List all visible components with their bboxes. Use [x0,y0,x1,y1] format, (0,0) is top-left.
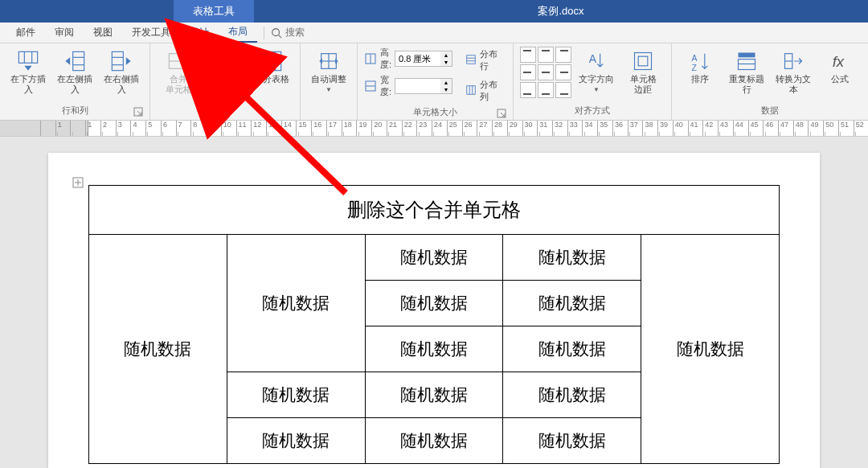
table-cell[interactable]: 随机数据 [503,235,641,281]
group-alignment-label: 对齐方式 [520,103,665,118]
table-header-cell[interactable]: 删除这个合并单元格 [89,186,780,235]
ruler-tick: 1 [85,121,100,136]
svg-rect-47 [739,53,755,58]
tab-devtools[interactable]: 开发工具 [122,23,180,43]
split-cells-button[interactable]: 拆分 单元格 [203,47,247,98]
tab-view[interactable]: 视图 [84,23,122,43]
sort-button[interactable]: AZ 排序 [678,47,722,88]
align-top-right[interactable] [555,47,571,63]
text-direction-button[interactable]: A 文字方向 ▼ [575,47,618,96]
sort-label: 排序 [691,74,709,84]
align-middle-right[interactable] [555,64,571,80]
tab-mail[interactable]: 邮件 [6,23,45,43]
ruler-tick: 52 [854,121,868,136]
table-cell[interactable]: 随机数据 [503,281,641,326]
formula-label: 公式 [831,74,849,84]
ruler-tick: 1 [55,121,71,136]
width-down[interactable]: ▼ [440,86,452,93]
autofit-button[interactable]: 自动调整 ▼ [307,47,350,96]
align-top-center[interactable] [538,47,554,63]
height-up[interactable]: ▲ [440,51,452,59]
ruler-tick: 18 [342,121,357,136]
ruler-tick: 16 [311,121,326,136]
table-anchor-icon[interactable] [72,177,84,188]
split-table-button[interactable]: 拆分表格 [250,47,293,88]
align-top-left[interactable] [520,47,536,63]
table-cell[interactable]: 随机数据 [227,372,365,418]
table-cell[interactable]: 随机数据 [503,372,641,418]
convert-text-button[interactable]: 转换为文本 [772,47,815,98]
insert-left-label: 在左侧插入 [55,74,95,95]
text-direction-icon: A [585,50,608,72]
table-cell[interactable]: 随机数据 [365,326,503,372]
width-input[interactable] [395,79,440,93]
tab-review[interactable]: 审阅 [45,23,84,43]
align-middle-center[interactable] [538,64,554,80]
svg-text:A: A [692,53,698,63]
table-cell[interactable]: 随机数据 [503,326,641,372]
table-cell[interactable]: 随机数据 [365,235,503,281]
ruler-tick: 6 [161,121,176,136]
height-down[interactable]: ▼ [440,59,452,66]
align-bottom-left[interactable] [520,82,536,98]
width-spinner[interactable]: ▲▼ [395,78,452,94]
cell-margins-button[interactable]: 单元格 边距 [621,47,665,98]
insert-left-button[interactable]: 在左侧插入 [53,47,96,98]
split-cells-icon [214,50,236,72]
align-middle-left[interactable] [520,64,536,80]
distribute-cols-button[interactable]: 分布列 [462,77,506,105]
table-cell[interactable]: 随机数据 [227,418,365,464]
document-table[interactable]: 删除这个合并单元格 随机数据 随机数据 随机数据 随机数据 随机数据 随机数据 … [88,185,780,464]
ruler-tick: 7 [176,121,191,136]
ruler-tick: 29 [507,121,522,136]
ruler-tick: 40 [673,121,688,136]
table-cell[interactable]: 随机数据 [227,235,365,372]
dialog-launcher-icon[interactable] [497,109,506,118]
group-alignment: A 文字方向 ▼ 单元格 边距 对齐方式 [514,43,672,120]
distribute-rows-button[interactable]: 分布行 [462,47,506,74]
cell-margins-label: 单元格 边距 [630,74,657,95]
horizontal-ruler[interactable]: 1123456789101112131415161718192021222324… [0,121,868,137]
width-icon [364,80,377,92]
table-cell[interactable]: 随机数据 [503,418,641,464]
table-cell[interactable]: 随机数据 [365,372,503,418]
height-spinner[interactable]: ▲▼ [395,51,452,67]
height-icon [364,52,377,65]
tab-layout[interactable]: 布局 [219,23,257,43]
ruler-tick: 45 [748,121,764,136]
tab-design[interactable]: 设计 [180,23,219,43]
height-input[interactable] [395,51,440,66]
split-table-icon [260,50,283,72]
formula-icon: fx [829,50,851,72]
table-cell[interactable]: 随机数据 [365,281,503,326]
search-box[interactable]: 搜索 [271,26,305,39]
ruler-tick: 38 [642,121,657,136]
search-icon [271,27,282,39]
ruler-tick: 48 [793,121,809,136]
table-cell[interactable]: 随机数据 [365,418,503,464]
document-title: 案例.docx [254,0,868,23]
align-bottom-right[interactable] [555,82,571,98]
width-label: 宽度: [380,74,391,98]
insert-right-button[interactable]: 在右侧插入 [100,47,143,98]
svg-rect-20 [262,51,280,59]
group-cell-size: 高度: ▲▼ 宽度: ▲▼ [358,43,514,120]
insert-right-label: 在右侧插入 [101,74,141,95]
repeat-header-icon [735,50,758,72]
ruler-tick: 50 [823,121,838,136]
dialog-launcher-icon[interactable] [133,107,143,117]
align-bottom-center[interactable] [538,82,554,98]
ruler-tick: 46 [763,121,778,136]
width-up[interactable]: ▲ [440,79,452,86]
ruler-tick: 24 [432,121,447,136]
insert-right-icon [110,50,133,72]
repeat-header-button[interactable]: 重复标题行 [725,47,768,98]
table-cell[interactable]: 随机数据 [89,235,227,464]
formula-button[interactable]: fx 公式 [818,47,862,88]
svg-rect-21 [262,63,280,70]
document-area[interactable]: 删除这个合并单元格 随机数据 随机数据 随机数据 随机数据 随机数据 随机数据 … [0,137,868,468]
ruler-tick: 27 [477,121,492,136]
insert-below-button[interactable]: 在下方插入 [6,47,50,98]
group-data-label: 数据 [678,103,862,118]
table-cell[interactable]: 随机数据 [641,235,780,464]
